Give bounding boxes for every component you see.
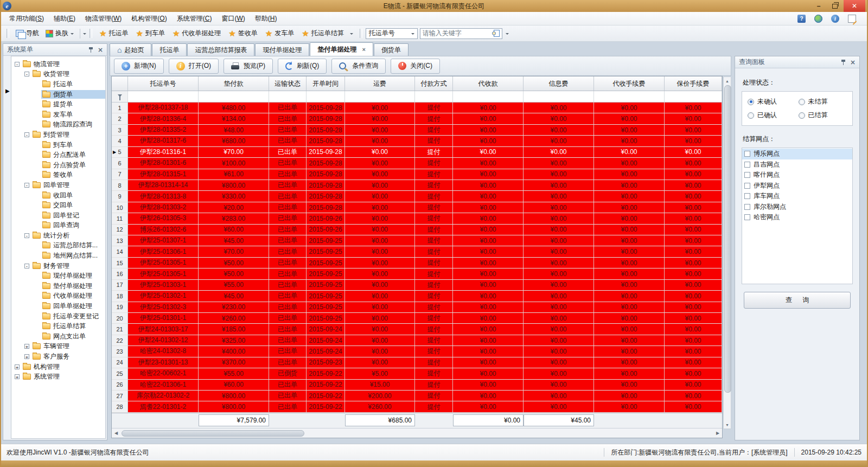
sidebar-item-回单管理[interactable]: -回单管理 bbox=[11, 180, 105, 190]
tab-close-icon[interactable]: × bbox=[362, 46, 365, 53]
tab-倒货单[interactable]: 倒货单 bbox=[374, 43, 409, 56]
sidebar-item-机构管理[interactable]: +机构管理 bbox=[11, 362, 105, 372]
horizontal-scrollbar[interactable]: ◀ ▶ bbox=[112, 428, 722, 438]
table-row[interactable]: 13伊犁25-01307-1¥45.00已出单2015-09-25¥0.00提付… bbox=[112, 235, 722, 246]
site-option-昌吉网点[interactable]: 昌吉网点 bbox=[742, 159, 852, 170]
toolbar-grip[interactable] bbox=[90, 29, 92, 38]
column-header-代收款[interactable]: 代收款 bbox=[453, 76, 524, 91]
sidebar-item-收回单[interactable]: 收回单 bbox=[11, 190, 105, 201]
grid-filter-row[interactable] bbox=[112, 91, 722, 103]
collapse-icon[interactable]: - bbox=[24, 183, 29, 188]
table-row[interactable]: 8伊犁28-01314-14¥800.00已出单2015-09-28¥0.00提… bbox=[112, 180, 722, 191]
filter-cell-垫付款[interactable] bbox=[199, 91, 269, 102]
toolbar-grip[interactable] bbox=[360, 29, 362, 38]
tab-起始页[interactable]: ⌂起始页 bbox=[110, 43, 151, 56]
table-row[interactable]: 11伊犁26-01305-3¥283.00已出单2015-09-26¥0.00提… bbox=[112, 213, 722, 224]
menu-item-6[interactable]: 帮助(H) bbox=[250, 12, 282, 25]
tab-运营总部结算报表[interactable]: 运营总部结算报表 bbox=[187, 43, 254, 56]
sidebar-item-交回单[interactable]: 交回单 bbox=[11, 200, 105, 210]
table-row[interactable]: 2伊犁28-01336-4¥134.00已出单2015-09-28¥0.00提付… bbox=[112, 113, 722, 124]
vertical-scrollbar[interactable]: ▲ ▼ bbox=[723, 76, 731, 429]
table-row[interactable]: 16伊犁25-01305-1¥50.00已出单2015-09-25¥0.00提付… bbox=[112, 268, 722, 279]
filter-cell-代收款[interactable] bbox=[453, 91, 524, 102]
help-book-icon[interactable]: ? bbox=[797, 15, 806, 23]
skin-button[interactable]: 换肤 bbox=[42, 27, 77, 40]
sidebar-item-到货管理[interactable]: -到货管理 bbox=[11, 130, 105, 140]
table-row[interactable]: 20伊犁25-01301-1¥260.00已出单2015-09-25¥0.00提… bbox=[112, 313, 722, 324]
table-row[interactable]: 6伊犁28-01301-6¥100.00已出单2015-09-28¥0.00提付… bbox=[112, 158, 722, 169]
favorite-button-5[interactable]: ★托运单结算 bbox=[298, 28, 347, 39]
radio-option-已结算[interactable]: 已结算 bbox=[799, 111, 847, 120]
close-button[interactable]: ✕ bbox=[844, 0, 865, 12]
action-button-条件查询[interactable]: 条件查询 bbox=[331, 59, 386, 74]
expand-icon[interactable]: + bbox=[15, 364, 20, 369]
site-option-博乐网点[interactable]: 博乐网点 bbox=[742, 149, 852, 159]
filter-cell-运输状态[interactable] bbox=[269, 91, 307, 102]
tab-托运单[interactable]: 托运单 bbox=[152, 43, 187, 56]
table-row[interactable]: 17伊犁25-01303-1¥55.00已出单2015-09-25¥0.00提付… bbox=[112, 280, 722, 291]
column-header-运费[interactable]: 运费 bbox=[345, 76, 415, 91]
close-icon[interactable]: × bbox=[98, 47, 103, 53]
filter-cell-开单时间[interactable] bbox=[307, 91, 345, 102]
column-header-代收手续费[interactable]: 代收手续费 bbox=[594, 76, 665, 91]
expand-icon[interactable]: + bbox=[24, 354, 29, 359]
action-button-打开(O)[interactable]: i打开(O) bbox=[169, 59, 219, 74]
favorites-overflow-icon[interactable] bbox=[350, 33, 353, 36]
collapse-icon[interactable]: - bbox=[24, 132, 29, 137]
table-row[interactable]: 25哈密22-00602-1¥55.00已倒货2015-09-22¥5.00提付… bbox=[112, 368, 722, 379]
table-row[interactable]: 10伊犁28-01303-2¥20.00已出单2015-09-28¥0.00提付… bbox=[112, 202, 722, 213]
minimize-button[interactable]: – bbox=[811, 0, 826, 12]
pin-icon[interactable] bbox=[841, 60, 845, 65]
table-row[interactable]: 22伊犁24-01302-12¥325.00已出单2015-09-24¥0.00… bbox=[112, 335, 722, 346]
favorite-button-4[interactable]: ★发车单 bbox=[261, 28, 298, 39]
sidebar-item-回单登记[interactable]: 回单登记 bbox=[11, 210, 105, 221]
collapse-icon[interactable]: - bbox=[15, 62, 20, 67]
info-icon[interactable]: i bbox=[831, 15, 839, 23]
column-header-信息费[interactable]: 信息费 bbox=[524, 76, 594, 91]
vscroll-thumb[interactable] bbox=[724, 85, 731, 393]
column-header-保价手续费[interactable]: 保价手续费 bbox=[665, 76, 722, 91]
globe-icon[interactable] bbox=[814, 15, 822, 23]
scroll-down-icon[interactable]: ▼ bbox=[724, 421, 731, 428]
nav-button[interactable]: 导航 bbox=[12, 27, 42, 40]
menu-item-1[interactable]: 辅助(E) bbox=[49, 12, 80, 25]
table-row[interactable]: 12博乐26-01302-6¥60.00已出单2015-09-26¥0.00提付… bbox=[112, 225, 722, 235]
hscroll-thumb[interactable] bbox=[122, 430, 304, 437]
search-input[interactable]: 请输入关键字 bbox=[420, 28, 502, 39]
table-row[interactable]: 4伊犁28-01317-6¥680.00已出单2015-09-28¥0.00提付… bbox=[112, 136, 722, 146]
scroll-left-icon[interactable]: ◀ bbox=[112, 428, 120, 437]
site-option-哈密网点[interactable]: 哈密网点 bbox=[742, 212, 852, 223]
action-button-预览(P)[interactable]: 预览(P) bbox=[224, 59, 273, 74]
scroll-up-icon[interactable]: ▲ bbox=[724, 77, 731, 85]
table-row[interactable]: 27库尔勒22-01302-2¥800.00已出单2015-09-22¥200.… bbox=[112, 391, 722, 401]
sidebar-item-到车单[interactable]: 到车单 bbox=[11, 140, 105, 150]
column-header-开单时间[interactable]: 开单时间 bbox=[307, 76, 345, 91]
sidebar-item-客户服务[interactable]: +客户服务 bbox=[11, 351, 105, 362]
filter-cell-托运单号[interactable] bbox=[128, 91, 199, 102]
filter-cell-信息费[interactable] bbox=[524, 91, 594, 102]
expand-icon[interactable]: + bbox=[15, 374, 20, 379]
table-row[interactable]: 24伊犁23-01301-13¥370.00已出单2015-09-23¥0.00… bbox=[112, 357, 722, 368]
sidebar-item-财务管理[interactable]: -财务管理 bbox=[11, 261, 105, 271]
collapse-icon[interactable]: - bbox=[24, 264, 29, 268]
action-button-关闭(C)[interactable]: 关闭(C) bbox=[391, 59, 440, 74]
table-row[interactable]: 3伊犁28-01335-2¥48.00已出单2015-09-28¥0.00提付¥… bbox=[112, 125, 722, 136]
table-row[interactable]: 28焉耆22-01301-2¥800.00已出单2015-09-22¥260.0… bbox=[112, 401, 722, 412]
search-field-select[interactable]: 托运单号 bbox=[366, 28, 418, 39]
filter-cell-保价手续费[interactable] bbox=[665, 91, 722, 102]
table-row[interactable]: 9伊犁28-01313-8¥330.00已出单2015-09-28¥0.00提付… bbox=[112, 191, 722, 202]
expand-icon[interactable]: + bbox=[24, 344, 29, 349]
favorite-button-0[interactable]: ★托运单 bbox=[95, 28, 132, 39]
menu-item-2[interactable]: 物流管理(W) bbox=[80, 12, 126, 25]
menu-item-0[interactable]: 常用功能(S) bbox=[4, 12, 49, 25]
sidebar-item-回单查询[interactable]: 回单查询 bbox=[11, 221, 105, 231]
table-row[interactable]: 1伊犁28-01337-18¥480.00已出单2015-09-28¥0.00提… bbox=[112, 103, 722, 113]
radio-option-未结算[interactable]: 未结算 bbox=[799, 97, 847, 106]
filter-cell-付款方式[interactable] bbox=[415, 91, 453, 102]
sidebar-item-垫付单据处理[interactable]: 垫付单据处理 bbox=[11, 281, 105, 291]
sidebar-item-发车单[interactable]: 发车单 bbox=[11, 110, 105, 120]
table-row[interactable]: 26哈密22-01306-1¥60.00已出单2015-09-22¥15.00提… bbox=[112, 380, 722, 391]
radio-option-已确认[interactable]: 已确认 bbox=[748, 111, 796, 120]
query-button[interactable]: 查 询 bbox=[744, 292, 851, 309]
table-row[interactable]: 14伊犁25-01306-1¥70.00已出单2015-09-25¥0.00提付… bbox=[112, 246, 722, 257]
